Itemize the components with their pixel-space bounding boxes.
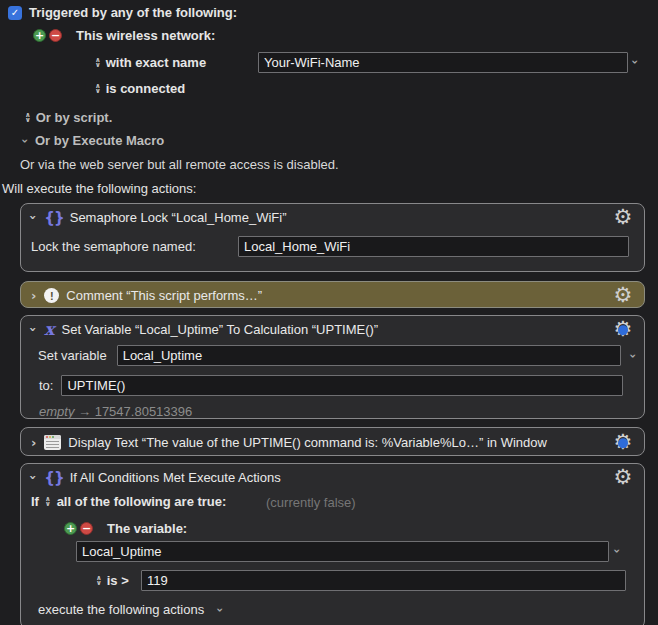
wifi-state-popup[interactable]: is connected <box>95 81 185 96</box>
action-display-text: Display Text “The value of the UPTIME() … <box>20 427 645 456</box>
gear-icon[interactable] <box>612 432 634 454</box>
variable-chevron-icon[interactable] <box>631 350 636 362</box>
trigger-enabled-checkbox[interactable] <box>8 6 22 20</box>
execute-actions-label: execute the following actions <box>38 602 204 617</box>
braces-icon: {} <box>44 209 63 227</box>
collapse-chevron-icon[interactable] <box>31 323 36 336</box>
wifi-name-mode-label: with exact name <box>106 55 206 70</box>
expand-chevron-icon[interactable] <box>31 436 36 449</box>
actions-header-label: Will execute the following actions: <box>2 181 196 196</box>
braces-icon: {} <box>44 469 63 487</box>
collapse-chevron-icon[interactable] <box>31 211 36 224</box>
wireless-trigger-row: This wireless network: <box>33 28 215 43</box>
to-label: to: <box>39 378 53 393</box>
condition-variable-input[interactable] <box>76 541 609 562</box>
action-set-variable: x Set Variable “Local_Uptime” To Calcula… <box>20 315 645 419</box>
chevron-down-icon[interactable] <box>218 604 223 616</box>
popup-updown-icon <box>95 84 101 94</box>
chevron-down-icon <box>23 135 28 147</box>
display-text-title: Display Text “The value of the UPTIME() … <box>68 435 547 450</box>
preview-result: 17547.80513396 <box>95 404 193 419</box>
wifi-name-chevron-icon[interactable] <box>633 56 638 68</box>
semaphore-field-label: Lock the semaphore named: <box>31 239 238 254</box>
add-trigger-button[interactable] <box>33 29 46 42</box>
wifi-state-label: is connected <box>106 81 185 96</box>
execute-actions-footer[interactable]: execute the following actions <box>38 602 223 617</box>
condition-value-input[interactable] <box>141 570 626 591</box>
if-word: If <box>31 494 39 509</box>
the-variable-label: The variable: <box>107 521 187 536</box>
popup-updown-icon <box>25 113 31 123</box>
web-server-note: Or via the web server but all remote acc… <box>20 157 339 172</box>
action-semaphore-lock: {} Semaphore Lock “Local_Home_WiFi” Lock… <box>20 203 645 272</box>
semaphore-name-input[interactable] <box>238 236 629 257</box>
condition-variable-row: The variable: <box>64 521 187 536</box>
variable-name-input[interactable] <box>117 345 621 366</box>
comment-header[interactable]: Comment “This script performs…” <box>21 282 644 309</box>
if-condition-label: all of the following are true: <box>57 494 227 509</box>
comment-title: Comment “This script performs…” <box>66 288 262 303</box>
semaphore-body-row: Lock the semaphore named: <box>21 231 644 257</box>
preview-from: empty <box>39 404 74 419</box>
semaphore-header[interactable]: {} Semaphore Lock “Local_Home_WiFi” <box>21 204 644 231</box>
set-variable-row: Set variable <box>21 343 644 366</box>
set-variable-title: Set Variable “Local_Uptime” To Calculati… <box>62 322 379 337</box>
action-comment: Comment “This script performs…” <box>20 281 645 308</box>
or-by-script-label: Or by script. <box>36 110 113 125</box>
or-by-script-popup[interactable]: Or by script. <box>25 110 112 125</box>
if-header[interactable]: {} If All Conditions Met Execute Actions <box>21 464 644 491</box>
add-condition-button[interactable] <box>64 522 77 535</box>
action-if-conditions: {} If All Conditions Met Execute Actions… <box>20 463 645 625</box>
exclamation-icon <box>44 288 59 303</box>
popup-updown-icon <box>96 576 102 586</box>
trigger-header-row: Triggered by any of the following: <box>8 5 237 20</box>
semaphore-title: Semaphore Lock “Local_Home_WiFi” <box>70 210 287 225</box>
gear-icon[interactable] <box>612 467 634 489</box>
set-variable-header[interactable]: x Set Variable “Local_Uptime” To Calcula… <box>21 316 644 343</box>
wifi-name-mode-popup[interactable]: with exact name <box>95 52 206 73</box>
preview-arrow-icon: → <box>78 404 91 419</box>
text-window-icon <box>44 435 61 450</box>
remove-condition-button[interactable] <box>80 522 93 535</box>
wifi-name-input[interactable] <box>258 52 628 73</box>
remove-trigger-button[interactable] <box>49 29 62 42</box>
variable-x-icon: x <box>44 321 54 338</box>
set-variable-to-row: to: <box>21 366 644 396</box>
expand-chevron-icon[interactable] <box>31 289 36 302</box>
calculation-input[interactable] <box>61 375 623 396</box>
condition-variable-chevron-icon[interactable] <box>615 545 620 557</box>
calculation-preview: empty → 17547.80513396 <box>21 396 644 419</box>
if-title: If All Conditions Met Execute Actions <box>70 470 281 485</box>
set-variable-label: Set variable <box>38 348 107 363</box>
if-condition-row: If all of the following are true: <box>31 494 226 509</box>
display-text-header[interactable]: Display Text “The value of the UPTIME() … <box>21 428 644 457</box>
popup-updown-icon[interactable] <box>45 497 51 507</box>
if-status: (currently false) <box>266 495 356 510</box>
collapse-chevron-icon[interactable] <box>31 471 36 484</box>
gear-icon[interactable] <box>612 319 634 341</box>
gear-icon[interactable] <box>612 207 634 229</box>
or-by-execute-macro-label: Or by Execute Macro <box>35 133 164 148</box>
wireless-network-label: This wireless network: <box>76 28 215 43</box>
operator-label: is > <box>107 573 129 588</box>
or-by-execute-macro-disclosure[interactable]: Or by Execute Macro <box>23 133 164 148</box>
popup-updown-icon <box>95 58 101 68</box>
trigger-header-label: Triggered by any of the following: <box>29 5 237 20</box>
gear-icon[interactable] <box>612 285 634 307</box>
operator-popup[interactable]: is > <box>96 570 129 591</box>
